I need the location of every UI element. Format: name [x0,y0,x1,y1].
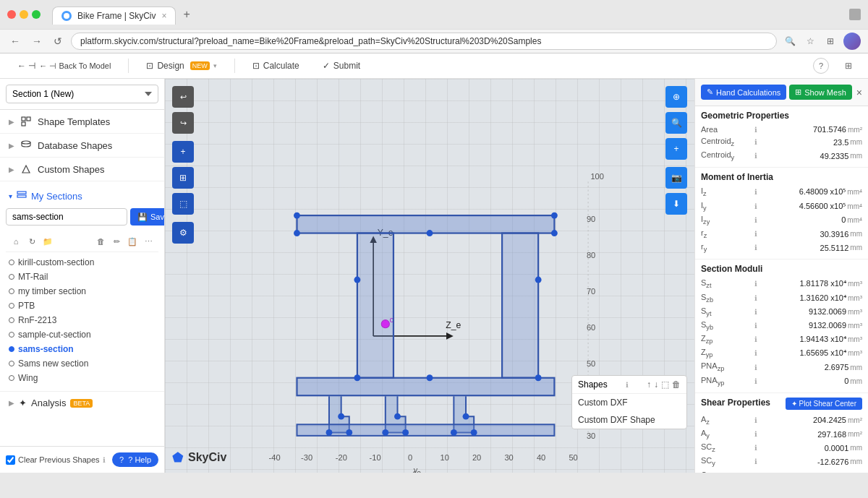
clear-shapes-checkbox[interactable] [6,455,15,465]
section-list-item[interactable]: sample-cut-section [6,327,158,342]
svg-text:30: 30 [504,453,513,462]
svg-point-30 [338,413,344,420]
az-info[interactable]: ℹ [754,416,757,424]
cursor-btn[interactable]: ⬚ [172,193,194,215]
zoom-in-btn[interactable]: 🔍 [665,112,687,134]
section-list-item[interactable]: PTB [6,299,158,313]
section-list-item[interactable]: RnF-2213 [6,313,158,327]
shapes-up-btn[interactable]: ↑ [647,379,651,390]
new-tab-btn[interactable]: + [176,4,197,25]
redo-btn[interactable]: ↪ [172,112,194,134]
save-section-btn[interactable]: 💾 Save [130,208,165,226]
shapes-copy-btn[interactable]: ⬚ [661,379,669,390]
syb-info[interactable]: ℹ [754,322,757,330]
section-name-input[interactable] [6,208,127,226]
zoom-fit-btn[interactable]: ⊕ [665,86,687,108]
hand-calculations-btn[interactable]: ✎ Hand Calculations [701,85,786,100]
section-list-item[interactable]: my timber section [6,284,158,299]
svg-rect-3 [22,122,25,126]
canvas-area[interactable]: Z_e Y_e c [165,79,694,473]
clear-shapes-btn[interactable]: Clear Previous Shapes ℹ [6,455,106,465]
centroid-y-info[interactable]: ℹ [754,152,757,160]
tab-close-btn[interactable]: × [161,11,166,21]
help-btn[interactable]: ? [813,58,829,74]
nav-reload-btn[interactable]: ↺ [51,34,65,48]
plot-shear-btn[interactable]: ✦ Plot Shear Center [786,398,862,410]
scy-info[interactable]: ℹ [754,458,757,465]
ay-info[interactable]: ℹ [754,430,757,438]
maximize-dot[interactable] [32,10,41,19]
calculate-btn[interactable]: ⊡ Calculate [247,58,305,74]
my-sections-header[interactable]: ▾ My Sections [6,187,158,208]
section-select[interactable]: Section 1 (New) [6,85,158,103]
sections-refresh-btn[interactable]: ↻ [25,234,39,249]
centroid-z-info[interactable]: ℹ [754,138,757,146]
szb-info[interactable]: ℹ [754,294,757,302]
sections-edit-btn[interactable]: ✏ [109,234,124,249]
az-row: Az ℹ 204.2425 mm² [701,413,862,427]
clear-shapes-label: Clear Previous Shapes [18,455,100,464]
back-to-model-btn[interactable]: ← ⊣ ← ⊣ Back To Model [12,58,116,74]
qz-info[interactable]: ℹ [754,472,757,473]
rz-info[interactable]: ℹ [754,230,757,238]
zyp-info[interactable]: ℹ [754,349,757,357]
screenshot-btn[interactable]: 📷 [665,167,687,189]
sections-toolbar: ⌂ ↻ 📁 🗑 ✏ 📋 ⋯ [6,231,158,252]
sections-folder-btn[interactable]: 📁 [41,234,55,249]
download-btn[interactable]: ⬇ [665,193,687,215]
analysis-item[interactable]: ▶ ✦ Analysis BETA [0,391,164,414]
nav-forward-btn[interactable]: → [29,34,45,48]
extensions-icon[interactable]: ⊞ [823,34,838,48]
zzp-info[interactable]: ℹ [754,335,757,343]
search-nav-icon[interactable]: 🔍 [783,34,797,48]
shapes-info-icon[interactable]: ℹ [626,381,629,389]
shape-templates-item[interactable]: ▶ Shape Templates [0,110,164,133]
grid-btn[interactable]: ⊞ [841,58,856,74]
iz-info[interactable]: ℹ [754,188,757,196]
svg-rect-2 [27,117,30,121]
scz-info[interactable]: ℹ [754,444,757,452]
shapes-delete-btn[interactable]: 🗑 [672,379,681,390]
design-btn[interactable]: ⊡ Design NEW ▾ [140,58,222,74]
undo-btn[interactable]: ↩ [172,86,194,108]
shapes-custom-dxf[interactable]: Custom DXF [572,394,686,411]
address-bar[interactable]: platform.skyciv.com/structural?preload_n… [71,33,777,50]
section-list-item[interactable]: MT-Rail [6,270,158,284]
pna-zp-info[interactable]: ℹ [754,364,757,372]
shapes-down-btn[interactable]: ↓ [654,379,658,390]
sections-home-btn[interactable]: ⌂ [9,234,23,249]
sections-delete-btn[interactable]: 🗑 [93,234,108,249]
area-info[interactable]: ℹ [754,126,757,134]
user-avatar[interactable] [843,33,861,50]
iy-info[interactable]: ℹ [754,202,757,210]
custom-shapes-item[interactable]: ▶ Custom Shapes [0,158,164,181]
syt-info[interactable]: ℹ [754,308,757,316]
zoom-out-btn[interactable]: + [665,138,687,160]
nav-back-btn[interactable]: ← [7,34,23,48]
panel-close-btn[interactable]: × [856,87,862,98]
database-shapes-item[interactable]: ▶ Database Shapes [0,134,164,157]
shapes-custom-dxf-shape[interactable]: Custom DXF Shape [572,411,686,429]
izy-info[interactable]: ℹ [754,216,757,224]
szt-value: 1.81178 x10⁴ [799,279,846,288]
sections-copy-btn[interactable]: 📋 [125,234,140,249]
settings-btn[interactable]: ⚙ [172,222,194,244]
section-list-item[interactable]: Sams new section [6,356,158,371]
browser-tab[interactable]: Bike Frame | SkyCiv × [52,7,176,25]
ry-info[interactable]: ℹ [754,244,757,252]
section-list-item[interactable]: Wing [6,371,158,385]
submit-btn[interactable]: ✓ Submit [317,58,366,74]
show-mesh-btn[interactable]: ⊞ Show Mesh [789,85,851,100]
grid-toggle-btn[interactable]: ⊞ [172,167,194,189]
help-btn-sidebar[interactable]: ? ? Help [112,452,158,467]
close-dot[interactable] [7,10,16,19]
add-point-btn[interactable]: + [172,141,194,163]
section-list-item[interactable]: kirill-custom-section [6,255,158,270]
bookmark-nav-icon[interactable]: ☆ [803,34,817,48]
window-control[interactable] [849,9,861,20]
szt-info[interactable]: ℹ [754,280,757,288]
sections-more-btn[interactable]: ⋯ [141,234,156,249]
pna-yp-info[interactable]: ℹ [754,377,757,385]
minimize-dot[interactable] [20,10,28,19]
section-list-item[interactable]: sams-section [6,342,158,356]
